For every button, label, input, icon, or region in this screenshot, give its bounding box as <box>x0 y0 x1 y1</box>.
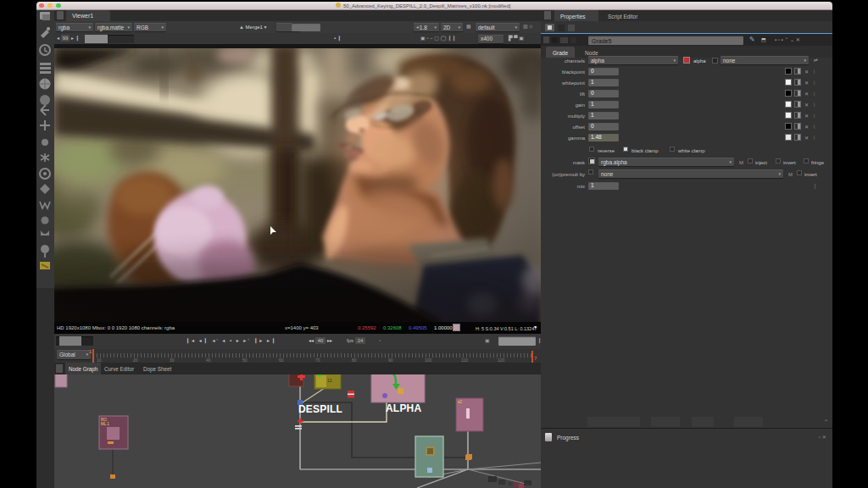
svg-text:ML 1: ML 1 <box>101 422 109 426</box>
svg-text:12: 12 <box>327 378 332 383</box>
svg-text:s2: s2 <box>458 400 462 404</box>
